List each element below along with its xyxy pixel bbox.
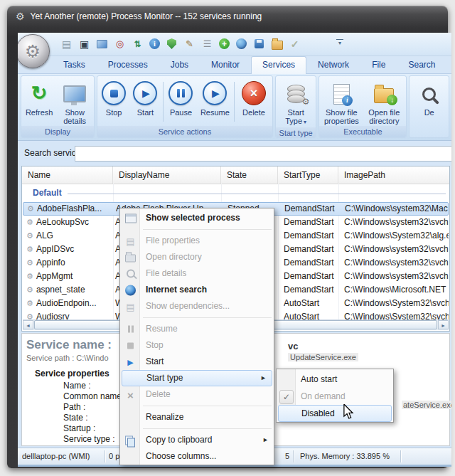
service-name-value-fragment: vc (288, 341, 298, 351)
start-button[interactable]: ▶ Start (129, 78, 161, 117)
orb-gear-icon: ⚙ (25, 41, 41, 62)
menu-item-start[interactable]: ▶ Start (120, 354, 274, 370)
show-file-properties-button[interactable]: i Show file properties (320, 78, 363, 126)
menu-item-reanalize[interactable]: Reanalize (120, 409, 274, 425)
qat-customize-dropdown-icon[interactable]: ▾ (336, 39, 343, 46)
group-caption-executable: Executable (319, 126, 406, 137)
column-header-name[interactable]: Name (22, 166, 113, 184)
column-header-state[interactable]: State (221, 166, 278, 184)
column-header-starttype[interactable]: StartType (278, 166, 338, 184)
menu-item-show-selected-process[interactable]: Show selected process (120, 210, 274, 226)
table-header: Name DisplayName State StartType ImagePa… (22, 166, 449, 184)
pause-button[interactable]: Pause (164, 78, 197, 117)
shield-icon[interactable] (166, 38, 178, 50)
ribbon-tabs: Tasks Processes Jobs Monitor Services Ne… (52, 55, 451, 73)
stop-button[interactable]: Stop (98, 78, 129, 117)
search-row: Search service (18, 141, 451, 166)
menu-item-show-dependencies: ▤ Show dependencies... (120, 298, 274, 314)
quick-access-icons: ▤ ▣ ◎ ⇅ i ✎ ☰ + ✓ (60, 38, 301, 50)
record-icon[interactable]: ◎ (114, 38, 126, 50)
network-icon[interactable]: ⇅ (132, 38, 144, 50)
prop-path-label: Path : (63, 402, 85, 412)
stop-square-icon (124, 339, 136, 351)
tab-search[interactable]: Search (397, 57, 446, 73)
menu-item-file-properties: ▤ File properties (120, 233, 274, 249)
submenu-item-auto-start[interactable]: Auto start (277, 371, 393, 388)
ribbon-group-start-type: ⚙ Start Type▾ Start type (275, 75, 316, 138)
monitor-icon[interactable] (96, 38, 108, 50)
table-group-header[interactable]: Default (22, 184, 62, 202)
column-header-displayname[interactable]: DisplayName (113, 166, 221, 184)
service-gear-icon: ⚙ (26, 245, 33, 253)
service-gear-icon: ⚙ (26, 231, 33, 240)
report-icon[interactable]: ▤ (60, 38, 73, 50)
search-service-input[interactable] (75, 146, 451, 162)
show-details-button[interactable]: Show details (56, 78, 93, 126)
check-icon[interactable]: ✓ (289, 38, 301, 50)
context-menu: Show selected process ▤ File properties … (119, 208, 274, 465)
prop-service-type-label: Service type : (63, 434, 115, 444)
dropdown-arrow-icon: ▾ (304, 119, 306, 125)
menu-item-internet-search[interactable]: Internet search (120, 282, 274, 298)
tab-tasks[interactable]: Tasks (52, 57, 97, 73)
search-service-label: Search service (24, 141, 80, 166)
folder-icon[interactable] (271, 38, 283, 50)
menu-separator (143, 229, 272, 230)
status-divider (293, 450, 294, 462)
save-icon[interactable] (253, 38, 265, 50)
resume-button[interactable]: ▶ Resume (198, 78, 233, 117)
menu-item-file-details: File details (120, 265, 274, 282)
status-phys-memory: Phys. Memory : 33.895 % (300, 452, 390, 460)
start-type-button[interactable]: ⚙ Start Type▾ (277, 78, 315, 127)
tab-jobs[interactable]: Jobs (159, 57, 200, 73)
ribbon: ↻ Refresh Show details Display (18, 73, 451, 141)
submenu-item-disabled[interactable]: Disabled (278, 405, 392, 422)
service-gear-icon: ⚙ (26, 218, 33, 226)
application-orb-button[interactable]: ⚙ (18, 34, 50, 68)
tab-processes[interactable]: Processes (97, 57, 159, 73)
menu-item-start-type[interactable]: Start type ► (122, 370, 272, 386)
document-icon: ▤ (124, 235, 136, 247)
info-icon[interactable]: i (149, 38, 160, 49)
scroll-right-icon[interactable]: ► (438, 320, 449, 329)
tab-network[interactable]: Network (306, 57, 360, 73)
group-divider (163, 82, 164, 122)
status-mid-fragment: 5 (285, 452, 289, 460)
edit-icon[interactable]: ✎ (183, 38, 196, 50)
menu-item-choose-columns[interactable]: Choose columns... (120, 448, 274, 465)
dependencies-icon: ▤ (124, 300, 136, 312)
service-gear-icon: ⚙ (26, 272, 33, 280)
open-file-directory-button[interactable]: ↓ Open file directory (363, 78, 405, 126)
submenu-arrow-icon: ► (260, 371, 267, 386)
play-icon: ▶ (124, 356, 136, 368)
tab-help[interactable]: H (447, 57, 452, 73)
add-icon[interactable]: + (219, 38, 230, 49)
menu-item-delete: × Delete (120, 386, 274, 403)
pause-icon (168, 81, 193, 105)
window-process-icon (124, 212, 136, 224)
folder-open-icon (124, 251, 136, 263)
delete-x-icon: × (124, 388, 136, 401)
group-divider (234, 82, 235, 122)
refresh-button[interactable]: ↻ Refresh (22, 78, 56, 117)
app-root: ⚙ Yet Another (remote) Process Monitor -… (0, 0, 455, 476)
service-gear-icon: ⚙ (26, 285, 33, 294)
process-icon[interactable]: ▣ (78, 38, 90, 50)
title-bar[interactable]: ⚙ Yet Another (remote) Process Monitor -… (16, 6, 262, 27)
globe-icon[interactable] (235, 38, 247, 50)
database-icon[interactable]: ☰ (201, 38, 213, 50)
tab-file[interactable]: File (360, 57, 397, 73)
resume-icon: ▶ (203, 81, 227, 105)
deep-search-button[interactable]: De (410, 78, 448, 117)
scroll-left-icon[interactable]: ◄ (23, 320, 33, 329)
menu-separator (143, 406, 272, 406)
file-properties-icon: i (333, 84, 350, 105)
menu-item-copy-to-clipboard[interactable]: Copy to clipboard ► (120, 432, 274, 448)
column-header-imagepath[interactable]: ImagePath (338, 166, 449, 184)
submenu-arrow-icon: ► (262, 432, 269, 448)
tab-monitor[interactable]: Monitor (200, 57, 251, 73)
tab-services[interactable]: Services (251, 56, 306, 74)
delete-button[interactable]: × Delete (236, 78, 272, 117)
mouse-cursor-icon (343, 404, 354, 420)
delete-icon: × (242, 81, 266, 105)
